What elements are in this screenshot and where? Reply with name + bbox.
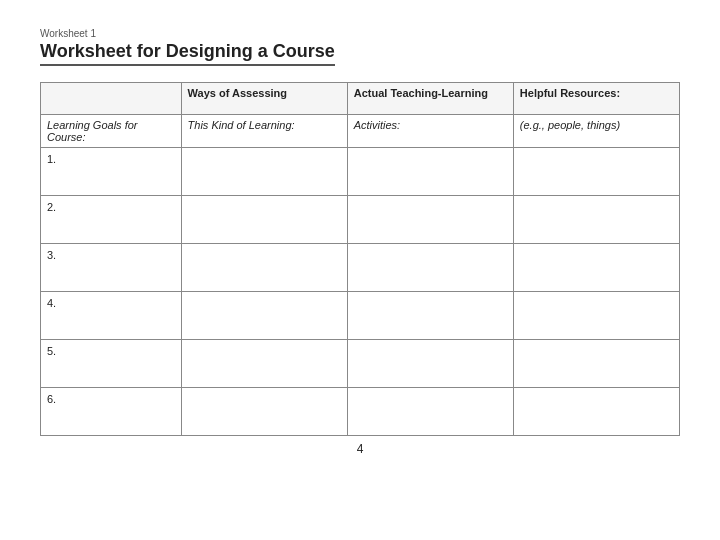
table-row: 5. bbox=[41, 340, 680, 388]
table-row: 2. bbox=[41, 196, 680, 244]
page-number: 4 bbox=[40, 442, 680, 456]
header-col2: Ways of Assessing bbox=[181, 83, 347, 115]
row-5-col4 bbox=[513, 340, 679, 388]
row-4-col3 bbox=[347, 292, 513, 340]
subheader-col2: This Kind of Learning: bbox=[181, 115, 347, 148]
worksheet-table: Ways of Assessing Actual Teaching-Learni… bbox=[40, 82, 680, 436]
table-row: 4. bbox=[41, 292, 680, 340]
row-1-col2 bbox=[181, 148, 347, 196]
row-2-col4 bbox=[513, 196, 679, 244]
row-3-col3 bbox=[347, 244, 513, 292]
header-col3: Actual Teaching-Learning bbox=[347, 83, 513, 115]
row-6-col1: 6. bbox=[41, 388, 182, 436]
table-row: 3. bbox=[41, 244, 680, 292]
row-4-col1: 4. bbox=[41, 292, 182, 340]
page-container: Worksheet 1 Worksheet for Designing a Co… bbox=[0, 0, 720, 476]
row-5-col3 bbox=[347, 340, 513, 388]
row-2-col2 bbox=[181, 196, 347, 244]
row-1-col4 bbox=[513, 148, 679, 196]
subheader-col1: Learning Goals for Course: bbox=[41, 115, 182, 148]
table-header-row: Ways of Assessing Actual Teaching-Learni… bbox=[41, 83, 680, 115]
row-4-col2 bbox=[181, 292, 347, 340]
header-col1 bbox=[41, 83, 182, 115]
subheader-col3: Activities: bbox=[347, 115, 513, 148]
row-3-col1: 3. bbox=[41, 244, 182, 292]
table-body: 1.2.3.4.5.6. bbox=[41, 148, 680, 436]
row-6-col4 bbox=[513, 388, 679, 436]
row-1-col3 bbox=[347, 148, 513, 196]
row-3-col4 bbox=[513, 244, 679, 292]
row-6-col2 bbox=[181, 388, 347, 436]
row-2-col3 bbox=[347, 196, 513, 244]
table-row: 1. bbox=[41, 148, 680, 196]
header-col4: Helpful Resources: bbox=[513, 83, 679, 115]
row-4-col4 bbox=[513, 292, 679, 340]
subheader-col4: (e.g., people, things) bbox=[513, 115, 679, 148]
row-2-col1: 2. bbox=[41, 196, 182, 244]
subtitle: Worksheet 1 bbox=[40, 28, 680, 39]
row-1-col1: 1. bbox=[41, 148, 182, 196]
row-5-col2 bbox=[181, 340, 347, 388]
row-6-col3 bbox=[347, 388, 513, 436]
page-title: Worksheet for Designing a Course bbox=[40, 41, 335, 66]
row-5-col1: 5. bbox=[41, 340, 182, 388]
table-row: 6. bbox=[41, 388, 680, 436]
table-subheader-row: Learning Goals for Course: This Kind of … bbox=[41, 115, 680, 148]
row-3-col2 bbox=[181, 244, 347, 292]
